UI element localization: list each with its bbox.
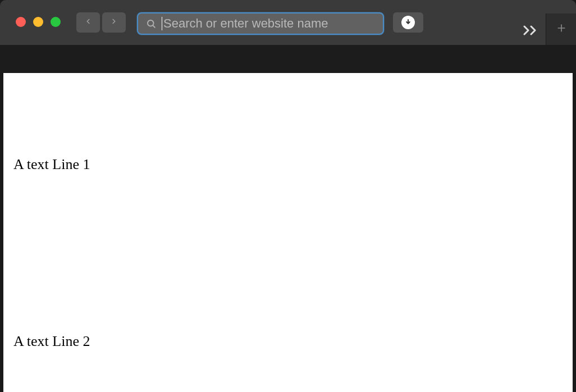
navigation-buttons	[76, 12, 126, 33]
right-controls	[522, 0, 576, 45]
forward-button[interactable]	[102, 12, 126, 33]
address-bar[interactable]	[137, 12, 384, 35]
text-cursor	[162, 17, 162, 30]
maximize-window-button[interactable]	[51, 17, 61, 27]
new-tab-button[interactable]	[546, 13, 576, 45]
text-line-1: A text Line 1	[13, 154, 90, 175]
text-line-2: A text Line 2	[13, 331, 90, 352]
close-window-button[interactable]	[16, 17, 26, 27]
svg-line-1	[153, 25, 154, 27]
chevron-right-icon	[110, 16, 118, 29]
search-icon	[146, 19, 156, 29]
overflow-button[interactable]	[522, 7, 546, 38]
chevron-left-icon	[84, 16, 92, 29]
download-icon	[401, 16, 415, 29]
plus-icon	[556, 22, 567, 36]
address-input[interactable]	[163, 16, 375, 31]
downloads-button[interactable]	[393, 12, 423, 33]
overflow-icon	[522, 24, 539, 38]
page-content: A text Line 1 A text Line 2	[3, 73, 573, 392]
traffic-lights	[16, 12, 61, 27]
tab-strip	[0, 45, 576, 73]
window-toolbar	[0, 0, 576, 45]
minimize-window-button[interactable]	[33, 17, 43, 27]
back-button[interactable]	[76, 12, 100, 33]
